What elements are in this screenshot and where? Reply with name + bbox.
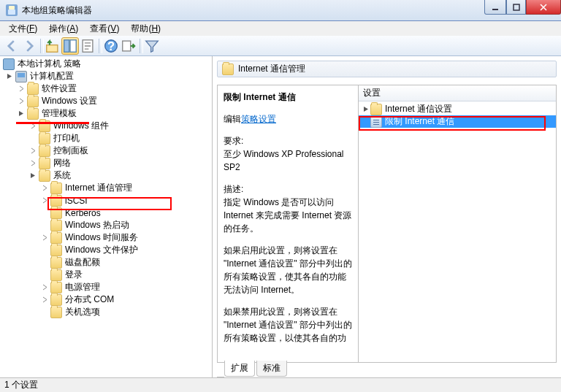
list-item-settings[interactable]: Internet 通信设置 bbox=[359, 103, 556, 115]
svg-text:?: ? bbox=[107, 39, 115, 52]
tree-pane: 本地计算机 策略 计算机配置 软件设置 Windows 设置 管理模板 Wind… bbox=[0, 56, 213, 377]
folder-icon bbox=[39, 120, 50, 132]
tree-computer-config[interactable]: 计算机配置 bbox=[0, 70, 212, 82]
app-icon bbox=[6, 4, 18, 16]
content-header: Internet 通信管理 bbox=[217, 61, 557, 77]
content-title: Internet 通信管理 bbox=[238, 63, 305, 75]
folder-icon bbox=[50, 195, 62, 207]
expand-icon[interactable] bbox=[18, 97, 26, 105]
folder-icon bbox=[50, 294, 62, 306]
policy-icon bbox=[3, 58, 15, 70]
tree-printers[interactable]: 打印机 bbox=[0, 132, 212, 145]
show-tree-button[interactable] bbox=[61, 37, 79, 55]
folder-icon bbox=[39, 133, 50, 145]
svg-rect-2 bbox=[47, 45, 58, 52]
setting-title: 限制 Internet 通信 bbox=[224, 91, 352, 104]
expand-icon[interactable] bbox=[41, 196, 49, 204]
tabs: 扩展 标准 bbox=[217, 363, 557, 377]
menu-help[interactable]: 帮助(H) bbox=[125, 21, 167, 36]
forward-button[interactable] bbox=[20, 37, 38, 55]
folder-icon bbox=[50, 282, 62, 293]
setting-icon bbox=[370, 116, 382, 128]
tree-windows-file-protection[interactable]: Windows 文件保护 bbox=[0, 244, 212, 256]
content-pane: Internet 通信管理 限制 Internet 通信 编辑策略设置 要求:至… bbox=[213, 56, 561, 377]
tree-software-settings[interactable]: 软件设置 bbox=[0, 82, 212, 95]
tree-windows-settings[interactable]: Windows 设置 bbox=[0, 95, 212, 107]
collapse-icon[interactable] bbox=[18, 109, 26, 118]
tree-shutdown-options[interactable]: 关机选项 bbox=[0, 306, 212, 318]
folder-icon bbox=[39, 158, 50, 169]
svg-rect-4 bbox=[70, 39, 76, 52]
menu-view[interactable]: 查看(V) bbox=[84, 21, 125, 36]
tree-logon[interactable]: 登录 bbox=[0, 269, 212, 281]
list-item-restrict[interactable]: 限制 Internet 通信 bbox=[359, 115, 556, 128]
tree-admin-templates[interactable]: 管理模板 bbox=[0, 107, 212, 120]
expand-icon[interactable] bbox=[29, 122, 37, 130]
content-body: 限制 Internet 通信 编辑策略设置 要求:至少 Windows XP P… bbox=[217, 85, 557, 363]
requirements: 要求:至少 Windows XP Professional SP2 bbox=[224, 134, 352, 174]
list-body: Internet 通信设置 限制 Internet 通信 bbox=[359, 101, 556, 362]
expand-icon[interactable] bbox=[18, 85, 26, 93]
folder-icon bbox=[222, 64, 234, 75]
expand-icon[interactable] bbox=[41, 283, 49, 291]
folder-icon bbox=[50, 307, 62, 318]
up-button[interactable] bbox=[44, 37, 61, 55]
tree-control-panel[interactable]: 控制面板 bbox=[0, 145, 212, 157]
folder-icon bbox=[27, 108, 39, 120]
menu-file[interactable]: 文件(F) bbox=[3, 21, 43, 36]
toolbar: ? bbox=[0, 36, 561, 56]
tree-system[interactable]: 系统 bbox=[0, 169, 212, 182]
menu-action[interactable]: 操作(A) bbox=[43, 21, 84, 36]
filter-button[interactable] bbox=[143, 37, 161, 55]
collapse-icon[interactable] bbox=[29, 172, 37, 180]
settings-list-pane: 设置 Internet 通信设置 限制 Internet 通信 bbox=[359, 85, 556, 362]
description: 描述:指定 Windows 是否可以访问 Internet 来完成需要 Inte… bbox=[224, 182, 352, 235]
main-area: 本地计算机 策略 计算机配置 软件设置 Windows 设置 管理模板 Wind… bbox=[0, 56, 561, 378]
folder-icon bbox=[370, 104, 382, 115]
properties-button[interactable] bbox=[79, 37, 96, 55]
policy-settings-link[interactable]: 策略设置 bbox=[241, 114, 276, 124]
folder-icon bbox=[50, 245, 62, 256]
tree-power-mgmt[interactable]: 电源管理 bbox=[0, 281, 212, 293]
expand-icon[interactable] bbox=[41, 184, 49, 192]
list-header[interactable]: 设置 bbox=[359, 85, 556, 101]
description-pane: 限制 Internet 通信 编辑策略设置 要求:至少 Windows XP P… bbox=[218, 85, 359, 362]
minimize-button[interactable] bbox=[484, 0, 506, 15]
maximize-button[interactable] bbox=[506, 0, 526, 15]
expand-icon[interactable] bbox=[41, 234, 49, 242]
tree-windows-time[interactable]: Windows 时间服务 bbox=[0, 231, 212, 244]
folder-icon bbox=[50, 220, 62, 231]
tree-disk-quota[interactable]: 磁盘配额 bbox=[0, 256, 212, 269]
tree-iscsi[interactable]: iSCSI bbox=[0, 194, 212, 207]
back-button[interactable] bbox=[3, 37, 20, 55]
export-button[interactable] bbox=[120, 37, 137, 55]
window-controls bbox=[484, 0, 561, 15]
tree-windows-components[interactable]: Windows 组件 bbox=[0, 120, 212, 132]
folder-icon bbox=[27, 96, 39, 107]
expand-icon[interactable] bbox=[41, 296, 49, 304]
expand-icon[interactable] bbox=[29, 159, 37, 167]
tree-windows-hot-start[interactable]: Windows 热启动 bbox=[0, 219, 212, 231]
tree-kerberos[interactable]: Kerberos bbox=[0, 207, 212, 219]
svg-rect-1 bbox=[514, 4, 519, 10]
window-title: 本地组策略编辑器 bbox=[22, 4, 92, 17]
folder-icon bbox=[50, 207, 62, 219]
expand-icon[interactable] bbox=[29, 147, 37, 155]
tree-distributed-com[interactable]: 分布式 COM bbox=[0, 293, 212, 306]
folder-icon bbox=[39, 170, 50, 182]
help-button[interactable]: ? bbox=[102, 37, 120, 55]
computer-icon bbox=[15, 71, 27, 82]
tree-internet-comm-mgmt[interactable]: Internet 通信管理 bbox=[0, 182, 212, 194]
tab-extended[interactable]: 扩展 bbox=[224, 361, 255, 377]
folder-icon bbox=[50, 232, 62, 244]
collapse-icon[interactable] bbox=[6, 72, 14, 80]
tree-root[interactable]: 本地计算机 策略 bbox=[0, 58, 212, 70]
enable-text: 如果启用此设置，则将设置在 "Internet 通信设置" 部分中列出的所有策略… bbox=[224, 244, 352, 296]
close-button[interactable] bbox=[526, 0, 561, 15]
tree-network[interactable]: 网络 bbox=[0, 157, 212, 169]
tab-standard[interactable]: 标准 bbox=[256, 361, 287, 377]
folder-icon bbox=[50, 257, 62, 269]
status-text: 1 个设置 bbox=[4, 379, 38, 391]
folder-icon bbox=[27, 83, 39, 95]
titlebar: 本地组策略编辑器 bbox=[0, 0, 561, 21]
